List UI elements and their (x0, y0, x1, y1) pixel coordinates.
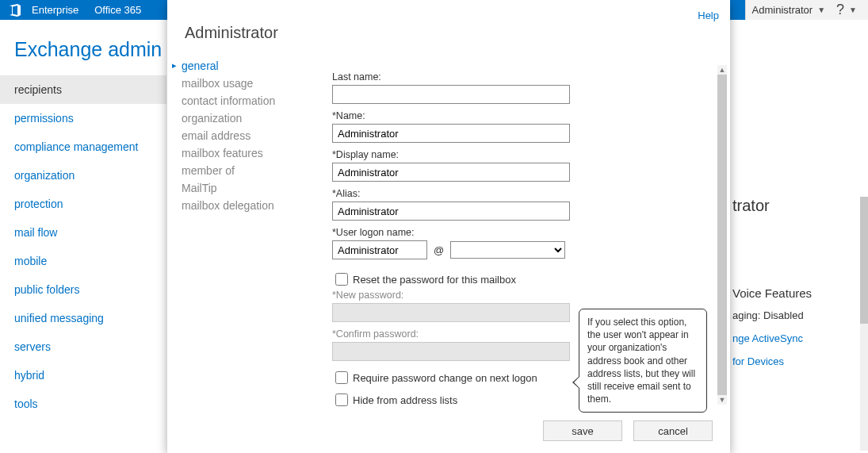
ribbon-tab-enterprise[interactable]: Enterprise (24, 0, 86, 20)
label-displayname: *Display name: (332, 149, 713, 160)
scroll-down-icon[interactable]: ▼ (717, 395, 727, 405)
user-caret-icon[interactable]: ▼ (817, 6, 825, 14)
nav-compliance[interactable]: compliance management (0, 132, 166, 161)
ribbon-user-label[interactable]: Administrator (752, 4, 813, 16)
dialog-nav-memberof[interactable]: member of (182, 162, 316, 179)
ribbon-tab-office365[interactable]: Office 365 (86, 0, 149, 20)
input-alias[interactable] (332, 202, 570, 221)
label-lastname: Last name: (332, 71, 713, 83)
nav-mailflow[interactable]: mail flow (0, 218, 166, 247)
label-logonname: *User logon name: (332, 227, 713, 238)
cancel-button[interactable]: cancel (633, 420, 713, 441)
save-button[interactable]: save (543, 420, 622, 441)
nav-mobile[interactable]: mobile (0, 247, 166, 275)
dialog-help-link[interactable]: Help (698, 10, 719, 21)
left-nav: recipients permissions compliance manage… (0, 75, 166, 418)
dialog-nav-delegation[interactable]: mailbox delegation (182, 197, 316, 214)
dialog-nav-organization[interactable]: organization (182, 109, 316, 127)
label-newpassword: *New password: (332, 290, 713, 301)
label-hideaddress: Hide from address lists (353, 394, 457, 406)
label-name: *Name: (332, 110, 713, 121)
nav-unifiedmessaging[interactable]: unified messaging (0, 304, 166, 332)
dialog-nav-contactinfo[interactable]: contact information (182, 92, 316, 109)
label-resetpassword: Reset the password for this mailbox (353, 274, 516, 286)
office-logo-icon (6, 2, 24, 19)
details-link-activesync[interactable]: nge ActiveSync (732, 332, 865, 344)
checkbox-hideaddress[interactable] (335, 393, 348, 406)
nav-permissions[interactable]: permissions (0, 104, 166, 132)
dialog-footer: save cancel (543, 420, 713, 441)
tooltip-hideaddress: If you select this option, the user won'… (579, 309, 707, 413)
details-link-owa-devices[interactable]: for Devices (732, 355, 865, 367)
dialog-nav-emailaddress[interactable]: email address (182, 127, 316, 144)
dialog-nav-mailtip[interactable]: MailTip (182, 179, 316, 197)
dialog-nav-mailboxusage[interactable]: mailbox usage (182, 75, 316, 92)
label-requirechange: Require password change on next logon (353, 372, 537, 384)
dialog-nav-mailboxfeatures[interactable]: mailbox features (182, 144, 316, 162)
details-subtitle: Voice Features (732, 286, 865, 300)
nav-organization[interactable]: organization (0, 161, 166, 190)
nav-publicfolders[interactable]: public folders (0, 275, 166, 304)
nav-protection[interactable]: protection (0, 190, 166, 218)
details-feature-line: aging: Disabled (732, 309, 865, 321)
help-caret-icon[interactable]: ▼ (849, 6, 857, 14)
input-logonname[interactable] (332, 240, 427, 259)
nav-tools[interactable]: tools (0, 390, 166, 418)
input-confirmpassword (332, 342, 570, 361)
details-title: trator (732, 197, 865, 215)
checkbox-resetpassword[interactable] (335, 273, 348, 286)
select-domain[interactable] (450, 241, 565, 259)
details-pane: trator Voice Features aging: Disabled ng… (724, 197, 865, 451)
scroll-up-icon[interactable]: ▲ (717, 65, 727, 75)
at-symbol: @ (434, 244, 444, 256)
nav-hybrid[interactable]: hybrid (0, 361, 166, 390)
input-newpassword (332, 303, 570, 322)
checkbox-requirechange[interactable] (335, 371, 348, 384)
dialog-nav: general mailbox usage contact informatio… (182, 57, 316, 214)
nav-servers[interactable]: servers (0, 332, 166, 361)
ribbon-user-area: Administrator ▼ ? ▼ (745, 0, 868, 20)
details-scroll-thumb[interactable] (860, 197, 868, 324)
input-lastname[interactable] (332, 85, 570, 104)
input-name[interactable] (332, 124, 570, 143)
ribbon-help-icon[interactable]: ? (836, 2, 844, 18)
label-alias: *Alias: (332, 188, 713, 199)
dialog-scrollbar[interactable]: ▲ ▼ (717, 65, 727, 405)
nav-recipients[interactable]: recipients (0, 75, 166, 104)
dialog-title: Administrator (185, 24, 278, 42)
details-scrollbar[interactable] (860, 197, 868, 451)
dialog-scroll-thumb[interactable] (717, 75, 727, 395)
input-displayname[interactable] (332, 163, 570, 182)
dialog-nav-general[interactable]: general (182, 57, 316, 75)
